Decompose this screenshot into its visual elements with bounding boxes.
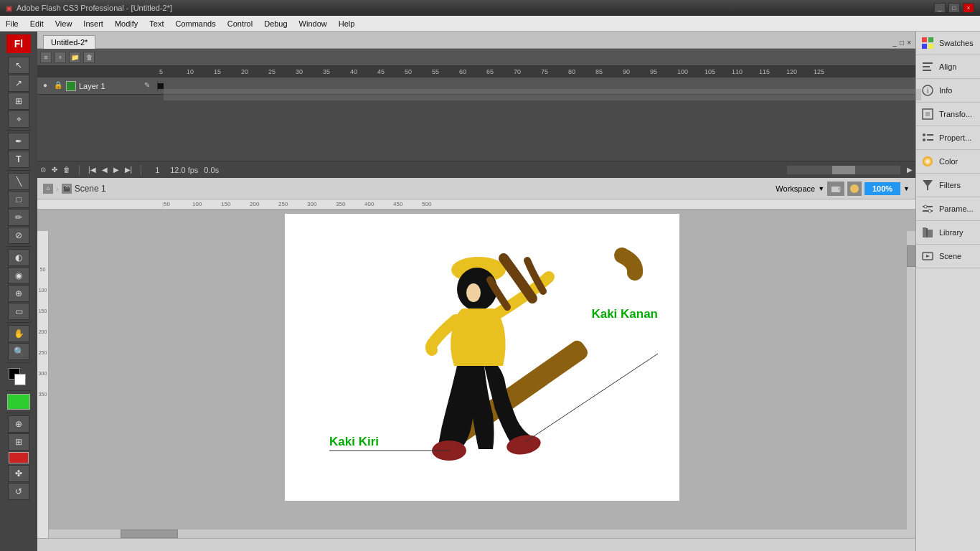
stage-vscroll-thumb[interactable]: [907, 245, 915, 267]
scene-icon[interactable]: 🎬: [62, 184, 72, 194]
menu-help[interactable]: Help: [333, 16, 361, 31]
tool-separator-1: [6, 130, 31, 131]
skin-icon[interactable]: [847, 182, 862, 196]
rect-tool[interactable]: □: [8, 191, 29, 208]
extra-color: [9, 452, 29, 463]
menu-modify[interactable]: Modify: [109, 16, 143, 31]
menu-edit[interactable]: Edit: [24, 16, 50, 31]
zoom-tool[interactable]: 🔍: [8, 343, 29, 360]
panel-swatches[interactable]: Swatches: [916, 32, 980, 55]
ruler-mark-15: 15: [214, 68, 241, 75]
doc-close-btn[interactable]: ×: [905, 37, 913, 48]
pen-tool[interactable]: ✒: [8, 133, 29, 150]
menu-view[interactable]: View: [50, 16, 78, 31]
add-folder-icon[interactable]: 📁: [69, 52, 80, 63]
extra-tool[interactable]: ✤: [8, 465, 29, 482]
lasso-tool[interactable]: ⌖: [8, 110, 29, 128]
pencil-tool[interactable]: ✏: [8, 209, 29, 226]
tl-next-frame[interactable]: ▶|: [125, 166, 133, 174]
zoom-dropdown-arrow[interactable]: ▼: [903, 185, 910, 192]
minimize-button[interactable]: _: [934, 3, 946, 13]
brush-tool[interactable]: ⊘: [8, 227, 29, 244]
doc-max-btn[interactable]: □: [898, 37, 905, 48]
fill-color-swatch[interactable]: [7, 394, 30, 410]
info-label: Info: [939, 86, 952, 95]
scene-label: Scene 1: [75, 184, 106, 194]
layer-edit-icon[interactable]: ✎: [144, 81, 154, 91]
svg-point-2: [850, 184, 859, 193]
panel-color[interactable]: Color: [916, 150, 980, 174]
menu-commands[interactable]: Commands: [169, 16, 221, 31]
panel-transform[interactable]: Transfo...: [916, 103, 980, 126]
stroke-fill-colors[interactable]: [7, 367, 30, 387]
paintbucket-tool[interactable]: ◉: [8, 267, 29, 284]
tl-del-frame[interactable]: 🗑: [63, 166, 70, 174]
menu-debug[interactable]: Debug: [258, 16, 293, 31]
menu-text[interactable]: Text: [143, 16, 169, 31]
document-tab[interactable]: Untitled-2*: [43, 35, 95, 49]
tl-play-modes[interactable]: ⊙: [40, 166, 46, 174]
properties-label: Propert...: [939, 133, 971, 142]
tl-play[interactable]: ▶: [113, 166, 119, 174]
workspace-dropdown[interactable]: Workspace ▼: [776, 184, 824, 193]
menu-control[interactable]: Control: [222, 16, 258, 31]
transform-extra[interactable]: ⊞: [8, 433, 29, 451]
doc-tab-label: Untitled-2*: [51, 38, 88, 47]
freetransform-tool[interactable]: ⊞: [8, 93, 29, 110]
menu-insert[interactable]: Insert: [77, 16, 109, 31]
hand-tool[interactable]: ✋: [8, 325, 29, 342]
svg-rect-14: [928, 44, 933, 49]
ruler-mark-50: 50: [405, 68, 432, 75]
tl-scrollbar[interactable]: [786, 165, 901, 175]
stage-hscroll[interactable]: [49, 529, 907, 538]
tl-first-frame[interactable]: |◀: [88, 166, 96, 174]
subselect-tool[interactable]: ↗: [8, 75, 29, 92]
stage-hscroll-thumb[interactable]: [121, 529, 178, 538]
snap-tool[interactable]: ⊕: [8, 415, 29, 433]
menu-window[interactable]: Window: [293, 16, 333, 31]
fill-color[interactable]: [14, 374, 26, 385]
title-bar-controls[interactable]: _ □ ×: [934, 3, 974, 13]
line-tool[interactable]: ╲: [8, 173, 29, 190]
svg-marker-36: [926, 255, 930, 258]
ruler-mark-55: 55: [432, 68, 459, 75]
menu-bar: File Edit View Insert Modify Text Comman…: [0, 16, 980, 32]
maximize-button[interactable]: □: [948, 3, 960, 13]
doc-tab-controls[interactable]: _ □ ×: [892, 37, 915, 48]
inkbottle-tool[interactable]: ◐: [8, 249, 29, 266]
panel-align[interactable]: Align: [916, 55, 980, 79]
close-button[interactable]: ×: [963, 3, 974, 13]
timeline-menu-icon[interactable]: ≡: [40, 52, 52, 63]
panel-scene[interactable]: Scene: [916, 245, 980, 268]
tool-separator-3: [6, 246, 31, 247]
menu-file[interactable]: File: [0, 16, 24, 31]
color-icon: [920, 154, 935, 169]
tl-prev-frame[interactable]: ◀: [102, 166, 108, 174]
panel-parameters[interactable]: Parame...: [916, 197, 980, 221]
layer-outline-box[interactable]: [66, 81, 76, 91]
panel-properties[interactable]: Propert...: [916, 126, 980, 150]
tl-add-frame[interactable]: ✤: [52, 166, 57, 174]
stage-vscroll[interactable]: [907, 231, 915, 538]
text-tool[interactable]: T: [8, 151, 29, 168]
eraser-tool[interactable]: ▭: [8, 303, 29, 320]
panel-filters[interactable]: Filters: [916, 174, 980, 197]
doc-min-btn[interactable]: _: [892, 37, 899, 48]
timeline-bottom: ⊙ ✤ 🗑 |◀ ◀ ▶ ▶| 1 12.0 fps 0.0s ▶: [37, 161, 915, 178]
layer-lock-toggle[interactable]: 🔒: [53, 81, 63, 91]
add-layer-icon[interactable]: +: [55, 52, 66, 63]
selection-tool[interactable]: ↖: [8, 57, 29, 74]
fps-display: 12.0 fps: [170, 166, 198, 174]
ruler-mark-85: 85: [595, 68, 623, 75]
camera-icon[interactable]: [827, 182, 844, 196]
zoom-input[interactable]: [864, 182, 900, 195]
layer-rows: ● 🔒 Layer 1 ✎: [37, 77, 915, 161]
delete-layer-icon[interactable]: 🗑: [83, 52, 95, 63]
home-icon[interactable]: ⌂: [43, 184, 53, 194]
layer-visibility-toggle[interactable]: ●: [40, 81, 50, 91]
panel-info[interactable]: i Info: [916, 79, 980, 103]
tl-scroll-right[interactable]: ▶: [907, 166, 913, 174]
eyedropper-tool[interactable]: ⊕: [8, 285, 29, 302]
panel-library[interactable]: Library: [916, 221, 980, 245]
rotate-tool[interactable]: ↺: [8, 483, 29, 500]
